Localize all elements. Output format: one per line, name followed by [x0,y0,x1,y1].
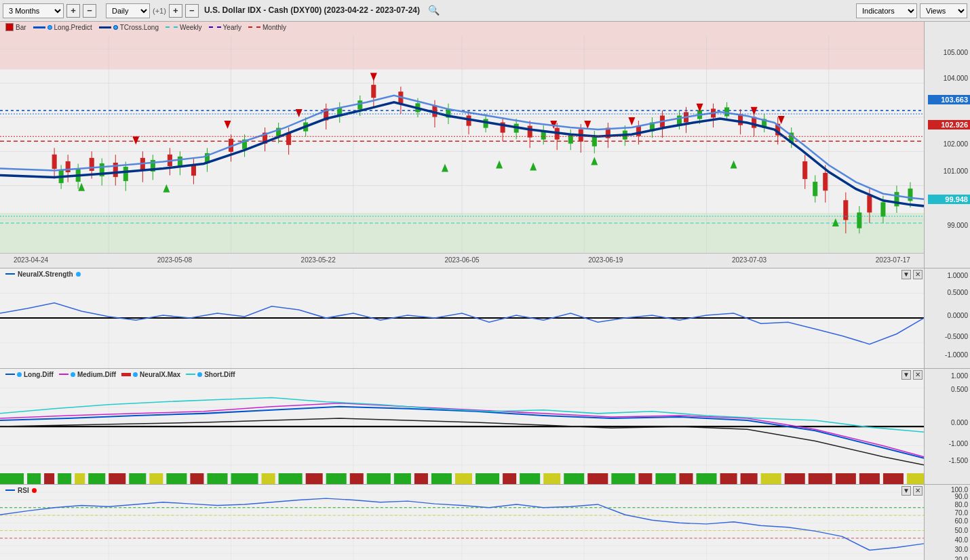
bar-color-box [5,23,14,31]
long-diff-label: Long.Diff [24,371,54,378]
svg-rect-220 [697,473,717,484]
svg-rect-73 [803,161,807,178]
svg-rect-201 [279,473,303,484]
long-diff-color [5,374,15,375]
neural-y-1: 1.0000 [947,272,968,279]
svg-rect-197 [190,473,203,484]
date-label-5: 2023-06-19 [588,256,623,265]
long-diff-dot [17,372,22,377]
date-label-3: 2023-05-22 [301,256,336,265]
neuralmax-dot [133,372,138,377]
svg-rect-227 [859,473,880,484]
svg-rect-226 [836,473,856,484]
short-diff-label: Short.Diff [204,371,235,378]
price-102: 102.000 [944,140,968,148]
chart-container: Bar Long.Predict TCross.Long Weekly Year… [0,22,970,560]
neural-collapse-btn[interactable]: ▼ [901,270,911,279]
svg-rect-229 [907,473,924,484]
svg-rect-214 [564,473,584,484]
svg-rect-87 [123,167,128,180]
medium-diff-label: Medium.Diff [77,371,116,378]
svg-rect-190 [58,473,71,484]
svg-rect-133 [813,182,817,196]
rsi-y-30: 30.0 [955,546,968,553]
neural-axis: 1.0000 0.5000 0.0000 -0.5000 -1.0000 [924,268,970,368]
neural-panel-content: NeuralX.Strength ▼ ✕ [0,268,924,368]
rsi-y-40: 40.0 [955,536,968,544]
interval-select[interactable]: Daily Weekly [106,3,150,18]
plus-minus-label: (+1) [153,7,166,15]
svg-rect-192 [88,473,105,484]
rsi-panel-title: RSI [5,487,37,494]
svg-marker-158 [731,160,737,168]
legend-weekly: Weekly [166,24,202,31]
short-diff-dot [197,372,202,377]
svg-rect-203 [326,473,347,484]
svg-marker-156 [530,162,537,170]
svg-marker-148 [628,117,635,125]
svg-rect-31 [191,165,195,175]
svg-rect-135 [857,213,861,228]
date-label-1: 2023-04-24 [14,256,48,265]
diff-close-btn[interactable]: ✕ [913,370,923,380]
neural-svg [0,268,924,368]
svg-marker-142 [132,136,139,144]
monthly-color [248,26,260,28]
svg-rect-91 [178,157,182,166]
diff-legend-short: Short.Diff [186,371,235,378]
svg-rect-200 [262,473,275,484]
rsi-y-60: 60.0 [955,517,968,525]
indicators-select[interactable]: Indicators [856,3,917,18]
svg-rect-228 [883,473,904,484]
legend-monthly: Monthly [248,24,286,31]
diff-y-4: -1.000 [949,440,968,447]
diff-panel-content: Long.Diff Medium.Diff NeuralX.Max Short.… [0,369,924,484]
chart-title-text: U.S. Dollar IDX - Cash (DXY00) (2023-04-… [204,5,420,15]
neural-dot [76,272,81,277]
svg-rect-217 [638,473,652,484]
search-icon[interactable]: 🔍 [428,5,440,16]
svg-marker-155 [496,160,503,168]
period-minus-btn[interactable]: − [83,4,96,18]
svg-rect-219 [679,473,693,484]
diff-y-2: 0.500 [951,386,968,393]
rsi-panel-content: RSI ▼ ✕ [0,485,924,560]
rsi-line-color [5,489,15,491]
neuralmax-color [121,373,131,376]
svg-rect-211 [503,473,516,484]
rsi-close-btn[interactable]: ✕ [913,486,923,496]
date-label-4: 2023-06-05 [444,256,479,265]
neural-panel-controls: ▼ ✕ [901,270,923,279]
neural-y-2: 0.5000 [947,289,968,296]
neural-close-btn[interactable]: ✕ [913,270,923,279]
rsi-title-text: RSI [18,487,29,494]
price-105: 105.000 [944,49,968,56]
svg-rect-137 [881,203,885,216]
rsi-dot [32,488,37,493]
svg-rect-209 [455,473,472,484]
svg-rect-204 [350,473,364,484]
diff-panel-title-row: Long.Diff Medium.Diff NeuralX.Max Short.… [5,371,235,378]
long-predict-dot [47,25,52,30]
svg-rect-225 [809,473,832,484]
interval-plus-btn[interactable]: + [169,4,182,18]
weekly-color [166,26,178,28]
period-select[interactable]: 3 Months 1 Month 6 Months [3,3,64,18]
svg-rect-67 [739,115,743,125]
date-label-6: 2023-07-03 [732,256,767,265]
svg-rect-191 [75,473,85,484]
legend-yearly-label: Yearly [223,24,241,31]
svg-rect-194 [129,473,146,484]
svg-rect-221 [720,473,737,484]
diff-collapse-btn[interactable]: ▼ [901,370,911,380]
svg-rect-187 [0,473,24,484]
svg-rect-218 [655,473,676,484]
svg-marker-154 [442,163,448,172]
price-99-948-label: 99.948 [928,195,970,204]
views-select[interactable]: Views [920,3,967,18]
period-plus-btn[interactable]: + [66,4,80,18]
interval-minus-btn[interactable]: − [185,4,199,18]
rsi-axis: 100.0 90.0 80.0 70.0 60.0 50.0 40.0 30.0… [924,485,970,560]
rsi-collapse-btn[interactable]: ▼ [901,486,911,496]
legend-long-predict-label: Long.Predict [54,24,92,31]
